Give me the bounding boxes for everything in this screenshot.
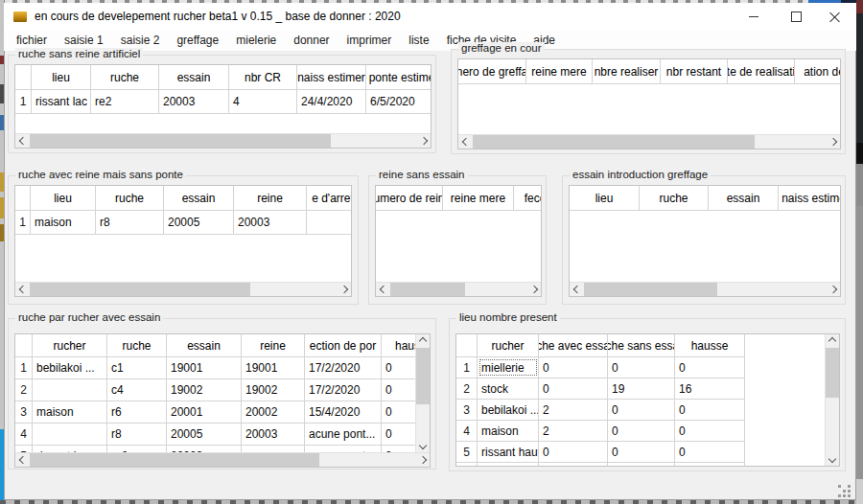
table-cell[interactable]: 6/5/2020 bbox=[366, 90, 432, 113]
scrollbar-thumb[interactable] bbox=[584, 283, 717, 297]
row-number[interactable]: 2 bbox=[15, 379, 33, 401]
table-cell[interactable]: maison bbox=[478, 421, 539, 441]
column-header[interactable]: rucher bbox=[478, 334, 539, 356]
table-ruche-sans-reine-artificiel[interactable]: lieurucheessainnbr CRnaiss estimerponte … bbox=[14, 64, 432, 149]
table-cell[interactable]: acune pont... bbox=[305, 424, 382, 445]
table-cell[interactable]: 0 bbox=[539, 378, 608, 399]
scroll-left-button[interactable] bbox=[570, 283, 584, 296]
column-header[interactable]: umero de rein bbox=[376, 186, 443, 210]
column-header[interactable]: te de realisati bbox=[728, 59, 795, 83]
column-header[interactable]: ruche bbox=[96, 186, 164, 210]
close-button[interactable] bbox=[813, 3, 856, 31]
scroll-down-button[interactable] bbox=[826, 452, 840, 466]
table-row[interactable]: 4r82000520003acune pont...0 bbox=[15, 424, 431, 446]
row-number[interactable]: 4 bbox=[456, 421, 478, 441]
table-cell[interactable]: 20003 bbox=[242, 424, 305, 445]
row-number[interactable]: 4 bbox=[15, 424, 33, 445]
table-cell[interactable]: 24/4/2020 bbox=[297, 90, 366, 113]
table-cell[interactable]: 19 bbox=[608, 378, 675, 399]
column-header[interactable]: nbr CR bbox=[229, 65, 297, 89]
column-header[interactable]: ponte estime bbox=[366, 65, 432, 89]
scroll-left-button[interactable] bbox=[376, 283, 390, 296]
table-cell[interactable]: 4 bbox=[229, 90, 297, 113]
scrollbar-thumb[interactable] bbox=[30, 283, 250, 297]
table-cell[interactable]: 20005 bbox=[164, 211, 234, 234]
table-cell[interactable]: 19001 bbox=[242, 357, 305, 378]
table-cell[interactable]: 20001 bbox=[167, 401, 242, 423]
row-header-corner[interactable] bbox=[15, 186, 31, 210]
column-header[interactable]: iche sans essa bbox=[608, 334, 675, 356]
resize-grip[interactable] bbox=[838, 485, 841, 488]
scroll-left-button[interactable] bbox=[15, 283, 30, 296]
table-cell[interactable]: re2 bbox=[91, 90, 159, 113]
scrollbar-thumb[interactable] bbox=[30, 134, 331, 149]
column-header[interactable]: che avec essa bbox=[539, 334, 608, 356]
column-header[interactable]: nbre realiser bbox=[593, 59, 661, 83]
table-cell[interactable]: 15/4/2020 bbox=[305, 401, 382, 423]
row-header-corner[interactable] bbox=[15, 65, 32, 89]
row-number[interactable]: 3 bbox=[15, 401, 33, 423]
table-cell[interactable]: bebilakoi ... bbox=[33, 357, 107, 378]
scroll-left-button[interactable] bbox=[15, 134, 30, 148]
scroll-right-button[interactable] bbox=[337, 283, 351, 296]
menu-item-imprimer[interactable]: imprimer bbox=[338, 31, 401, 51]
vertical-scrollbar[interactable] bbox=[825, 334, 839, 466]
table-cell[interactable]: 19001 bbox=[167, 357, 242, 378]
table-cell[interactable]: 20005 bbox=[167, 424, 242, 445]
vertical-scrollbar[interactable] bbox=[415, 334, 430, 452]
table-cell[interactable]: 0 bbox=[539, 442, 608, 462]
horizontal-scrollbar[interactable] bbox=[15, 133, 431, 148]
scroll-right-button[interactable] bbox=[526, 283, 541, 296]
table-cell[interactable]: stock bbox=[478, 378, 539, 399]
column-header[interactable]: reine mere bbox=[443, 186, 514, 210]
scroll-right-button[interactable] bbox=[826, 135, 840, 149]
table-row[interactable]: 1bebilakoi ...c1190011900117/2/20200 bbox=[15, 357, 431, 379]
menu-item-liste[interactable]: liste bbox=[400, 31, 437, 51]
row-header-corner[interactable] bbox=[15, 334, 33, 356]
menu-item-mielerie[interactable]: mielerie bbox=[227, 31, 285, 51]
row-number[interactable]: 5 bbox=[456, 442, 478, 462]
table-cell[interactable]: c1 bbox=[107, 357, 167, 378]
row-number[interactable]: 3 bbox=[456, 400, 478, 420]
table-row[interactable]: 3bebilakoi ...200 bbox=[456, 400, 745, 421]
column-header[interactable]: essain bbox=[164, 186, 234, 210]
scrollbar-thumb[interactable] bbox=[416, 348, 431, 404]
row-number[interactable]: 1 bbox=[15, 90, 32, 113]
table-cell[interactable]: 19002 bbox=[242, 379, 305, 401]
table-cell[interactable]: 0 bbox=[539, 357, 608, 378]
table-cell[interactable]: 20002 bbox=[242, 401, 305, 423]
row-header-corner[interactable] bbox=[456, 334, 478, 356]
column-header[interactable]: lieu bbox=[570, 186, 640, 210]
menu-item-greffage[interactable]: greffage bbox=[168, 31, 227, 51]
maximize-button[interactable] bbox=[775, 3, 818, 31]
column-header[interactable]: essain bbox=[167, 334, 242, 356]
table-lieu-nombre-present[interactable]: rucherche avec essaiche sans essahausse1… bbox=[455, 333, 840, 467]
table-cell[interactable]: 20003 bbox=[159, 90, 229, 113]
scrollbar-thumb[interactable] bbox=[30, 453, 319, 468]
table-cell[interactable]: 2 bbox=[539, 421, 608, 441]
scroll-right-button[interactable] bbox=[826, 283, 840, 296]
table-cell[interactable]: 16 bbox=[675, 378, 745, 399]
table-cell[interactable]: r8 bbox=[107, 424, 167, 445]
row-number[interactable]: 2 bbox=[456, 378, 478, 399]
column-header[interactable]: ruche bbox=[107, 334, 167, 356]
table-cell[interactable]: 0 bbox=[608, 442, 675, 462]
column-header[interactable]: rucher bbox=[33, 334, 107, 356]
horizontal-scrollbar[interactable] bbox=[15, 452, 430, 467]
table-ruche-par-rucher-avec-essain[interactable]: rucherrucheessainreineection de porhaus1… bbox=[14, 333, 431, 468]
column-header[interactable]: ation de bbox=[795, 59, 841, 83]
scroll-up-button[interactable] bbox=[416, 334, 431, 348]
column-header[interactable]: e d'arret bbox=[307, 186, 352, 210]
column-header[interactable]: nbr restant bbox=[661, 59, 728, 83]
column-header[interactable]: lieu bbox=[32, 65, 91, 89]
table-cell[interactable]: 0 bbox=[675, 400, 745, 420]
table-cell[interactable] bbox=[307, 211, 352, 234]
minimize-button[interactable] bbox=[732, 3, 775, 31]
table-row[interactable]: 1miellerie000 bbox=[456, 357, 745, 378]
table-cell[interactable]: 17/2/2020 bbox=[305, 379, 382, 401]
title-bar[interactable]: en cours de develepement rucher beta1 v … bbox=[4, 3, 856, 31]
table-ruche-avec-reine-mais-sans-ponte[interactable]: lieurucheessainreinee d'arret1maisonr820… bbox=[14, 185, 352, 297]
table-cell[interactable] bbox=[33, 379, 107, 401]
table-cell[interactable]: miellerie bbox=[478, 357, 539, 378]
scroll-up-button[interactable] bbox=[826, 334, 840, 348]
